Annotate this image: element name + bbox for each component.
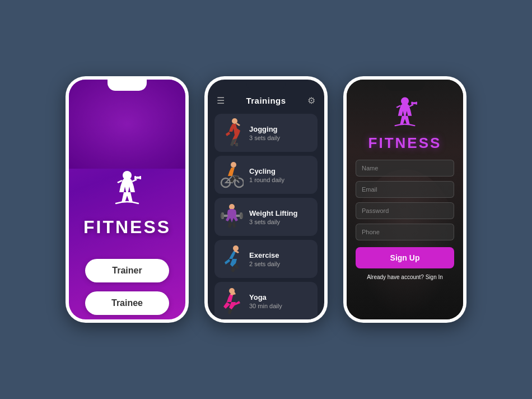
exercise-figure <box>220 244 244 273</box>
menu-icon[interactable]: ☰ <box>217 95 225 106</box>
signup-figure-icon <box>385 95 424 134</box>
lifting-sub: 3 sets daily <box>249 219 312 225</box>
name-input[interactable] <box>356 160 454 177</box>
svg-rect-2 <box>134 176 136 179</box>
lifting-info: Weight Lifting 3 sets daily <box>249 209 312 225</box>
phone-fitness: FITNESS Trainer Trainee <box>66 76 189 323</box>
svg-rect-1 <box>136 177 140 179</box>
fitness-logo-area: FITNESS <box>83 169 171 238</box>
settings-icon[interactable]: ⚙ <box>307 95 315 106</box>
yoga-name: Yoga <box>249 293 312 301</box>
svg-point-8 <box>229 204 235 210</box>
svg-point-5 <box>231 162 236 168</box>
signup-form <box>356 160 454 240</box>
svg-rect-12 <box>221 214 222 218</box>
svg-rect-3 <box>139 176 141 179</box>
exercise-name: Exercise <box>249 251 312 259</box>
lifting-name: Weight Lifting <box>249 209 312 217</box>
svg-rect-18 <box>411 101 413 104</box>
jogging-sub: 3 sets daily <box>249 134 312 141</box>
yoga-figure <box>220 286 244 316</box>
phone-signup: FITNESS Sign Up Already have account? Si… <box>343 76 466 323</box>
training-item-cycling[interactable]: Cycling 1 round daily <box>214 156 318 194</box>
fitness-figure-icon <box>105 169 150 214</box>
training-item-yoga[interactable]: Yoga 30 min daily <box>214 282 318 319</box>
notch <box>108 80 147 91</box>
email-input[interactable] <box>356 181 454 198</box>
phones-container: FITNESS Trainer Trainee ☰ Trainings ⚙ <box>66 76 466 323</box>
cycling-sub: 1 round daily <box>249 177 312 183</box>
trainer-button[interactable]: Trainer <box>85 259 169 282</box>
exercise-sub: 2 sets daily <box>249 261 312 267</box>
fitness-title: FITNESS <box>83 217 171 238</box>
signup-button[interactable]: Sign Up <box>356 247 454 268</box>
lifting-figure <box>220 202 244 231</box>
cycling-name: Cycling <box>249 167 312 175</box>
signup-content: FITNESS Sign Up Already have account? Si… <box>347 80 463 286</box>
signup-footer-link[interactable]: Already have account? Sign In <box>367 274 443 280</box>
jogging-info: Jogging 3 sets daily <box>249 125 312 141</box>
yoga-sub: 30 min daily <box>249 303 312 309</box>
phone-input[interactable] <box>356 224 454 240</box>
notch <box>385 80 424 91</box>
training-item-lifting[interactable]: Weight Lifting 3 sets daily <box>214 198 318 236</box>
training-item-jogging[interactable]: Jogging 3 sets daily <box>214 114 318 152</box>
training-list: Jogging 3 sets daily <box>208 112 324 319</box>
cycling-figure <box>220 160 244 189</box>
jogging-name: Jogging <box>249 125 312 133</box>
phone-trainings: ☰ Trainings ⚙ <box>204 76 328 323</box>
jogging-figure <box>220 118 244 147</box>
notch <box>246 80 286 91</box>
password-input[interactable] <box>356 202 454 219</box>
yoga-info: Yoga 30 min daily <box>249 293 312 309</box>
exercise-info: Exercise 2 sets daily <box>249 251 312 267</box>
signup-title: FITNESS <box>368 134 442 152</box>
svg-rect-17 <box>412 102 416 104</box>
cycling-info: Cycling 1 round daily <box>249 167 312 183</box>
trainee-button[interactable]: Trainee <box>85 291 169 315</box>
svg-rect-13 <box>241 214 243 218</box>
svg-rect-19 <box>416 101 417 104</box>
trainings-title: Trainings <box>246 96 286 105</box>
fitness-content: FITNESS Trainer Trainee <box>69 169 185 319</box>
training-item-exercise[interactable]: Exercise 2 sets daily <box>214 240 318 278</box>
signup-logo-area: FITNESS <box>368 95 442 152</box>
